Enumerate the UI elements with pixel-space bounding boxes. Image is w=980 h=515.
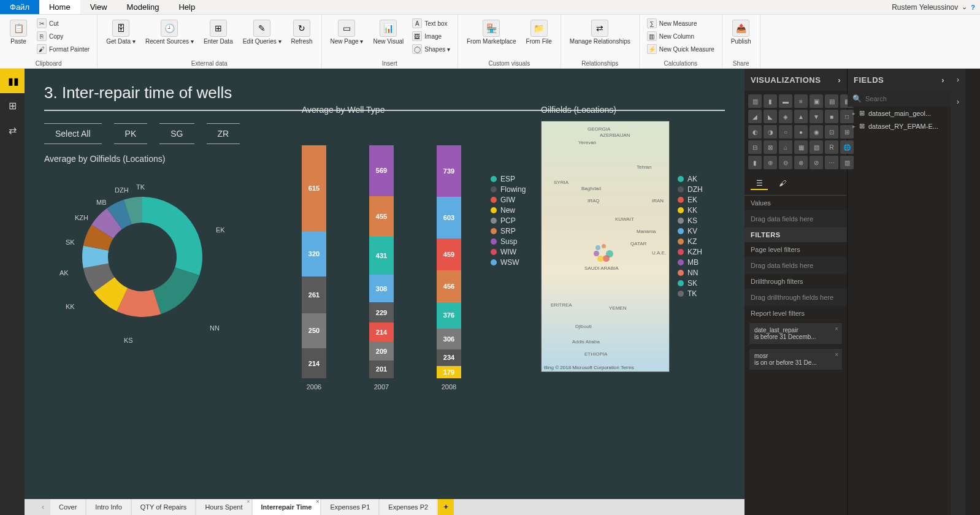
fields-search[interactable]: 🔍	[848, 91, 951, 107]
map-visual[interactable]: Bing © 2018 Microsoft Corporation Terms …	[541, 121, 670, 372]
user-label[interactable]: Rustem Yeleussinov ⌄ ?	[892, 3, 975, 12]
legend-item[interactable]: SRP	[491, 227, 526, 235]
viz-type-icon[interactable]: ⊘	[810, 156, 823, 169]
legend-item[interactable]: SK	[678, 279, 703, 288]
recent-sources-button[interactable]: 🕘Recent Sources ▾	[142, 17, 197, 47]
page-tab[interactable]: Interrepair Time×	[253, 499, 321, 515]
get-data-button[interactable]: 🗄Get Data ▾	[102, 17, 139, 47]
legend-item[interactable]: Susp	[491, 237, 526, 246]
new-column-button[interactable]: ▥New Column	[645, 30, 717, 42]
text-box-button[interactable]: AText box	[410, 17, 453, 29]
viz-type-icon[interactable]: ≡	[794, 94, 808, 108]
viz-type-icon[interactable]: ◑	[764, 125, 777, 139]
menu-home[interactable]: Home	[39, 0, 80, 14]
help-icon[interactable]: ?	[971, 4, 975, 11]
legend-item[interactable]: KS	[678, 216, 703, 225]
from-file-button[interactable]: 📁From File	[523, 17, 556, 47]
viz-type-icon[interactable]: ○	[779, 125, 792, 139]
legend-item[interactable]: MB	[678, 258, 703, 267]
legend-item[interactable]: KV	[678, 227, 703, 235]
viz-type-icon[interactable]: ▮	[748, 156, 762, 169]
legend-item[interactable]: WIW	[491, 248, 526, 256]
viz-type-icon[interactable]: ●	[794, 125, 808, 139]
viz-type-icon[interactable]: ⊗	[794, 156, 808, 169]
viz-type-icon[interactable]: ⊟	[748, 140, 762, 154]
slicer-sg[interactable]: SG	[159, 123, 194, 144]
legend-item[interactable]: DZH	[678, 185, 703, 194]
viz-type-icon[interactable]: ⌂	[779, 140, 792, 154]
viz-type-icon[interactable]: ▣	[810, 94, 823, 108]
manage-relationships-button[interactable]: ⇄Manage Relationships	[566, 17, 634, 47]
new-measure-button[interactable]: ∑New Measure	[645, 17, 717, 29]
viz-type-icon[interactable]: ◉	[810, 125, 823, 139]
slicer-pk[interactable]: PK	[114, 123, 148, 144]
menu-modeling[interactable]: Modeling	[117, 0, 169, 14]
report-view-button[interactable]: ▮▮	[0, 69, 25, 93]
collapse-fields-button[interactable]: ›	[951, 91, 965, 113]
page-tab[interactable]: Intro Info	[86, 499, 130, 515]
legend-item[interactable]: PCP	[491, 216, 526, 225]
viz-type-icon[interactable]: ▧	[810, 140, 823, 154]
filter-card-date[interactable]: × date_last_repair is before 31 Decemb..…	[749, 323, 842, 344]
viz-type-icon[interactable]: ▮	[764, 94, 777, 108]
dataset-item[interactable]: ▸⊞dataset_RY_EPAM-E...	[848, 120, 951, 132]
fields-format-tab[interactable]: ☰	[751, 178, 768, 190]
legend-item[interactable]: WSW	[491, 258, 526, 267]
viz-type-icon[interactable]: ▥	[748, 94, 762, 108]
values-drop-zone[interactable]: Drag data fields here	[745, 210, 847, 227]
paste-button[interactable]: 📋Paste	[5, 17, 32, 47]
legend-item[interactable]: KK	[678, 206, 703, 215]
viz-type-icon[interactable]: ◢	[748, 110, 762, 123]
search-input[interactable]	[865, 95, 950, 102]
visualizations-header[interactable]: VISUALIZATIONS›	[745, 69, 847, 91]
viz-type-icon[interactable]: ⊠	[764, 140, 777, 154]
edit-queries-button[interactable]: ✎Edit Queries ▾	[239, 17, 285, 47]
close-tab-icon[interactable]: ×	[316, 498, 319, 505]
map-bubble-cluster[interactable]	[594, 244, 618, 269]
copy-button[interactable]: ⎘Copy	[34, 30, 92, 42]
page-tab[interactable]: Cover	[50, 499, 85, 515]
remove-filter-icon[interactable]: ×	[835, 326, 838, 332]
ribbon-chart[interactable]: 2142502613206152006201209214229308431455…	[302, 133, 461, 391]
viz-type-icon[interactable]: ▦	[794, 140, 808, 154]
report-canvas[interactable]: 3. Inter-repair time of wells Select All…	[25, 69, 745, 499]
new-page-button[interactable]: ▭New Page ▾	[327, 17, 367, 47]
page-tab[interactable]: Expenses P2	[380, 499, 437, 515]
image-button[interactable]: 🖼Image	[410, 30, 453, 42]
close-tab-icon[interactable]: ×	[247, 498, 250, 505]
dataset-item[interactable]: ▸⊞dataset_main_geol...	[848, 107, 951, 120]
model-view-button[interactable]: ⇄	[0, 118, 25, 142]
viz-type-icon[interactable]: ⊖	[779, 156, 792, 169]
viz-type-icon[interactable]: ▤	[825, 94, 838, 108]
legend-item[interactable]: Flowing	[491, 185, 526, 194]
slicer-zr[interactable]: ZR	[207, 123, 240, 144]
legend-item[interactable]: New	[491, 206, 526, 215]
viz-type-icon[interactable]: ⊡	[825, 125, 838, 139]
cut-button[interactable]: ✂Cut	[34, 17, 92, 29]
filter-card-mosr[interactable]: × mosr is on or before 31 De...	[749, 349, 842, 370]
viz-type-icon[interactable]: ⊕	[764, 156, 777, 169]
legend-item[interactable]: KZ	[678, 237, 703, 246]
add-page-button[interactable]: +	[438, 499, 454, 515]
legend-item[interactable]: GIW	[491, 196, 526, 204]
viz-type-icon[interactable]: R	[825, 140, 838, 154]
drill-drop-zone[interactable]: Drag drillthrough fields here	[745, 289, 847, 306]
collapse-viz-button[interactable]: ›	[951, 69, 965, 91]
viz-type-icon[interactable]: ▬	[779, 94, 792, 108]
page-tab[interactable]: Expenses P1	[321, 499, 378, 515]
page-tab[interactable]: QTY of Repairs	[132, 499, 196, 515]
viz-type-icon[interactable]: ◣	[764, 110, 777, 123]
viz-type-icon[interactable]: ⋯	[825, 156, 838, 169]
legend-item[interactable]: KZH	[678, 248, 703, 256]
new-visual-button[interactable]: 📊New Visual	[369, 17, 407, 47]
legend-item[interactable]: NN	[678, 269, 703, 277]
menu-file[interactable]: Файл	[0, 0, 39, 14]
from-marketplace-button[interactable]: 🏪From Marketplace	[463, 17, 520, 47]
format-tab[interactable]: 🖌	[774, 178, 791, 190]
viz-type-icon[interactable]: ■	[825, 110, 838, 123]
viz-type-icon[interactable]: ◈	[779, 110, 792, 123]
publish-button[interactable]: 📤Publish	[727, 17, 755, 47]
donut-chart[interactable]: EKNNKSKKAKSKKZHMBDZHTK	[44, 171, 240, 343]
viz-type-icon[interactable]: ◐	[748, 125, 762, 139]
viz-type-icon[interactable]: ▲	[794, 110, 808, 123]
